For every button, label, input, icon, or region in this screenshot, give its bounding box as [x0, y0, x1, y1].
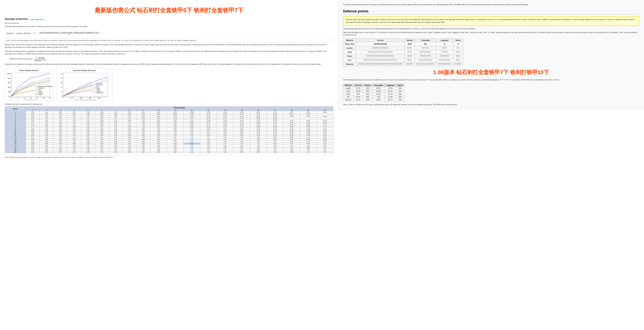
table-cell: 11.12	[200, 122, 217, 124]
svg-text:80%: 80%	[8, 78, 11, 79]
table-cell: 9.24	[300, 143, 316, 145]
table-cell: 5.44	[122, 130, 136, 132]
attack-col-19: 19	[300, 109, 316, 111]
dp-intro: Damage taken depends on the number of de…	[5, 25, 333, 28]
pct-cell-chestplate: 62.5%	[372, 90, 385, 93]
table-cell: 1.36	[40, 128, 54, 130]
table-cell: 3.08	[67, 126, 81, 128]
table-cell: 5.98	[217, 147, 233, 149]
svg-text:30: 30	[49, 97, 51, 99]
table-cell: 2.52	[67, 132, 81, 134]
table-cell: 15.00	[233, 111, 250, 113]
table-cell: 8.50	[316, 147, 333, 149]
table-cell: 4.38	[150, 145, 167, 147]
table-cell: 5.70	[200, 145, 217, 147]
protection-text: Protection enchantments protect from typ…	[343, 3, 639, 6]
pct-cell-helmet: 40%	[363, 90, 372, 93]
table-cell: 2.10	[54, 128, 67, 130]
table-cell: 0.72	[40, 147, 54, 149]
table-cell: 3.44	[95, 136, 109, 138]
table-cell: 1.86	[54, 132, 67, 134]
table-cell: 12.00	[217, 122, 233, 124]
table-cell: 8.88	[316, 145, 333, 147]
pct-cell-boots: 25%	[396, 93, 404, 95]
attack-damage-col-header: Attack damage	[26, 107, 333, 109]
pct-cell-material: Diamond	[343, 98, 354, 101]
svg-text:Chain mail: Chain mail	[96, 92, 103, 94]
table-cell: 5.10	[217, 149, 233, 151]
table-cell: 1.28	[54, 143, 67, 145]
table-cell: 10.00	[300, 138, 316, 141]
table-cell: 2.28	[81, 143, 95, 145]
table-cell: 5.44	[150, 141, 167, 143]
defense-cell-boots: 🛡🛡	[453, 58, 463, 62]
table-cell: 9.00	[136, 111, 150, 113]
table-cell: 6.80	[283, 151, 300, 153]
table-cell: 8.88	[250, 141, 266, 143]
table-cell: 10.72	[316, 141, 333, 143]
svg-text:0: 0	[11, 97, 12, 99]
attack-col-12: 12	[184, 109, 200, 111]
pct-col-leggings: Leggings	[385, 84, 396, 87]
pct-cell-helmet: 60%	[363, 98, 372, 101]
table-cell: 11.00	[167, 111, 184, 113]
table-cell: 13.84	[250, 122, 266, 124]
pct-table-row: Leather29.2%20%28.6%28.6%25%	[343, 87, 404, 90]
table-row: 130.521.081.642.242.843.444.084.685.285.…	[5, 136, 333, 138]
svg-text:15: 15	[30, 97, 32, 99]
pct-cell-helmet: 40%	[363, 95, 372, 98]
table-cell: 7.88	[233, 138, 250, 141]
table-cell: 1.14	[40, 134, 54, 136]
svg-text:4: 4	[61, 96, 62, 97]
table-cell: 2.58	[95, 145, 109, 147]
table-cell: 7.76	[200, 136, 217, 138]
table-cell: 15.56	[316, 128, 333, 130]
table-cell: 14.76	[283, 120, 300, 122]
table-cell: 0.38	[26, 145, 40, 147]
table-cell: 1.14	[54, 147, 67, 149]
table-cell: 12.96	[283, 130, 300, 132]
table-cell: 18.80	[316, 115, 333, 118]
svg-text:50: 50	[71, 97, 73, 99]
row-header-cell: 16	[5, 143, 26, 145]
dp-title: Damage protection	[5, 18, 28, 21]
table-row: 110.581.201.862.523.203.884.565.285.926.…	[5, 132, 333, 134]
pct-cell-chestplate: 62.5%	[372, 93, 385, 95]
table-cell: 0.94	[26, 113, 40, 115]
defense-cell-full: 🛡🛡🛡🛡🛡🛡🛡🛡🛡🛡🛡🛡	[356, 54, 404, 58]
pct-col-chestplate: Chestplate	[372, 84, 385, 87]
table-cell: 4.68	[136, 138, 150, 141]
table-cell: 2.80	[122, 151, 136, 153]
table-cell: 1.26	[67, 149, 81, 151]
table-cell: 5.80	[109, 122, 122, 124]
defense-cell-leggings: 🛡🛡🛡🛡🛡	[436, 58, 453, 62]
table-cell: 1.64	[54, 136, 67, 138]
defense-cell-leggings: 🛡🛡🛡🛡🛡🛡	[436, 62, 453, 66]
pct-table-row: Gold45.8%40%62.5%42.9%25%	[343, 90, 404, 93]
table-cell: 20.00	[316, 111, 333, 113]
table-cell: 16.80	[300, 126, 316, 128]
table-cell: 5.68	[136, 134, 150, 136]
table-cell: 1.28	[40, 130, 54, 132]
table-cell: 15.04	[250, 115, 266, 118]
table-cell: 4.12	[122, 138, 136, 141]
table-cell: 1.52	[40, 124, 54, 126]
table-cell: 5.76	[109, 126, 122, 128]
row-header-cell: 14	[5, 138, 26, 141]
table-cell: 8.06	[300, 147, 316, 149]
table-cell: 0.82	[26, 120, 40, 122]
svg-text:25: 25	[43, 97, 44, 99]
table-cell: 4.00	[167, 151, 184, 153]
table-cell: 1.92	[40, 111, 54, 113]
attack-col-18: 18	[283, 109, 300, 111]
table-cell: 6.38	[233, 147, 250, 149]
edit-links[interactable]: [ add | edit source ]	[30, 19, 45, 21]
table-cell: 0.84	[40, 143, 54, 145]
table-cell: 10.34	[167, 115, 184, 118]
defense-cell-full: 🛡🛡🛡🛡🛡🛡🛡🛡🛡🛡🛡	[356, 50, 404, 54]
table-cell: 12.28	[283, 132, 300, 134]
defense-table-row: Player Skin♥♥♥♥♥♥♥♥♥♥♥♥♥♥♥♥♥	[343, 42, 463, 46]
see-also: See also: ArmorCal	[5, 23, 333, 24]
defense-table-row: Diamond🛡🛡🛡🛡🛡🛡🛡🛡🛡🛡🛡🛡🛡🛡🛡🛡🛡🛡🛡🛡🛡🛡🛡🛡🛡🛡🛡🛡🛡🛡🛡🛡🛡…	[343, 62, 463, 66]
defense-cell-material: Diamond	[343, 62, 356, 66]
